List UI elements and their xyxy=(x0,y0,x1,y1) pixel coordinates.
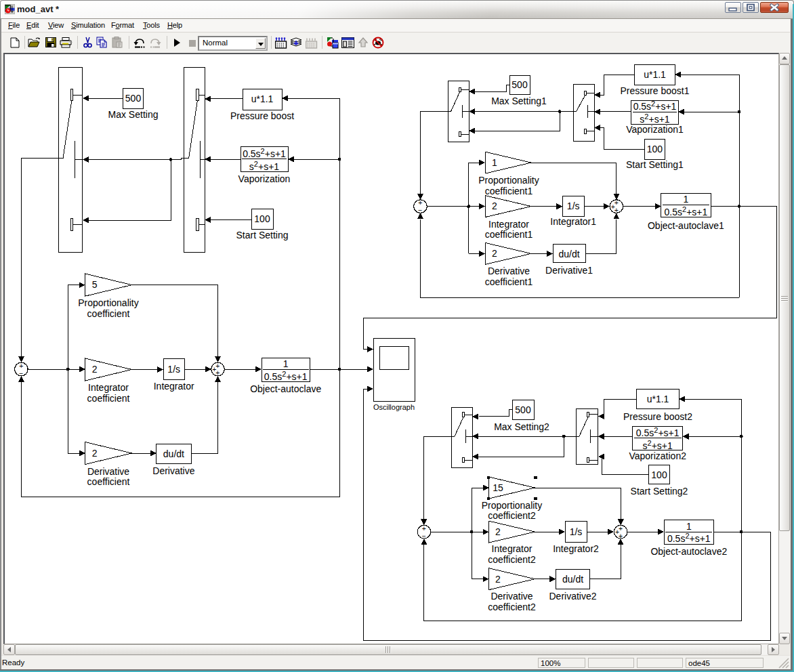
svg-text:Pressure boost: Pressure boost xyxy=(230,110,294,121)
svg-text:0.5s2+s+1: 0.5s2+s+1 xyxy=(665,205,708,217)
svg-text:s2+s+1: s2+s+1 xyxy=(249,160,279,172)
svg-text:du/dt: du/dt xyxy=(562,574,583,585)
svg-text:1: 1 xyxy=(283,358,289,369)
svg-text:0.5s2+s+1: 0.5s2+s+1 xyxy=(636,426,680,438)
svg-text:−: − xyxy=(418,206,422,214)
svg-text:Max Setting: Max Setting xyxy=(108,109,159,120)
svg-text:0.5s2+s+1: 0.5s2+s+1 xyxy=(633,100,677,112)
svg-text:Max Setting2: Max Setting2 xyxy=(494,421,549,432)
svg-text:2: 2 xyxy=(495,526,501,537)
svg-text:u*1.1: u*1.1 xyxy=(644,69,666,80)
svg-text:coefficient1: coefficient1 xyxy=(485,276,533,287)
svg-text:Start Setting2: Start Setting2 xyxy=(631,486,688,497)
svg-text:2: 2 xyxy=(492,248,497,259)
svg-text:−: − xyxy=(421,532,425,540)
svg-text:+: + xyxy=(614,206,619,214)
svg-text:u*1.1: u*1.1 xyxy=(647,394,669,404)
svg-text:0.5s2+s+1: 0.5s2+s+1 xyxy=(243,147,286,159)
svg-text:+: + xyxy=(215,369,220,377)
svg-text:Integrator: Integrator xyxy=(492,543,532,554)
svg-text:Integrator: Integrator xyxy=(88,382,129,393)
svg-text:coefficient: coefficient xyxy=(87,476,130,487)
svg-text:1: 1 xyxy=(492,157,497,168)
svg-text:−: − xyxy=(19,369,23,377)
svg-text:Proportionality: Proportionality xyxy=(78,297,139,308)
svg-text:coefficient: coefficient xyxy=(87,308,130,319)
svg-text:15: 15 xyxy=(493,482,503,493)
svg-text:Start Setting: Start Setting xyxy=(236,230,288,240)
svg-text:Object-autoclave: Object-autoclave xyxy=(250,383,321,394)
svg-text:500: 500 xyxy=(515,404,531,415)
svg-text:100: 100 xyxy=(647,144,663,154)
svg-text:2: 2 xyxy=(495,574,501,585)
svg-text:1: 1 xyxy=(686,521,692,532)
svg-text:500: 500 xyxy=(511,79,528,90)
svg-text:du/dt: du/dt xyxy=(163,448,184,459)
svg-text:Max Setting1: Max Setting1 xyxy=(491,96,547,106)
svg-text:s2+s+1: s2+s+1 xyxy=(640,112,669,125)
svg-text:1: 1 xyxy=(684,194,689,205)
svg-text:Pressure boost1: Pressure boost1 xyxy=(621,85,690,96)
svg-text:0.5s2+s+1: 0.5s2+s+1 xyxy=(667,532,711,544)
svg-text:coefficient2: coefficient2 xyxy=(488,510,536,521)
svg-text:Vaporization: Vaporization xyxy=(238,173,291,184)
svg-text:Proportionality: Proportionality xyxy=(482,500,543,511)
svg-text:coefficient2: coefficient2 xyxy=(488,554,536,565)
svg-text:Derivative1: Derivative1 xyxy=(545,265,593,276)
svg-text:100: 100 xyxy=(254,213,270,224)
svg-text:1/s: 1/s xyxy=(567,201,580,211)
svg-text:Vaporization2: Vaporization2 xyxy=(629,450,686,461)
svg-text:Integrator: Integrator xyxy=(154,381,194,392)
svg-text:Derivative2: Derivative2 xyxy=(549,591,596,602)
svg-text:du/dt: du/dt xyxy=(559,249,580,259)
svg-text:s2+s+1: s2+s+1 xyxy=(643,439,673,451)
svg-text:coefficient2: coefficient2 xyxy=(488,602,536,612)
svg-text:Proportionality: Proportionality xyxy=(478,175,539,186)
svg-text:Integrator2: Integrator2 xyxy=(553,543,599,554)
svg-text:Pressure boost2: Pressure boost2 xyxy=(623,411,692,422)
svg-text:Derivative: Derivative xyxy=(87,466,129,477)
svg-text:500: 500 xyxy=(125,93,142,104)
svg-text:2: 2 xyxy=(92,364,98,375)
svg-text:coefficient1: coefficient1 xyxy=(485,186,533,196)
svg-text:2: 2 xyxy=(92,448,98,459)
svg-text:Object-autoclave1: Object-autoclave1 xyxy=(648,220,724,231)
svg-text:Derivative: Derivative xyxy=(152,465,194,476)
svg-text:u*1.1: u*1.1 xyxy=(251,93,274,104)
svg-text:Derivative: Derivative xyxy=(488,266,530,276)
svg-text:coefficient: coefficient xyxy=(87,393,130,404)
svg-text:1/s: 1/s xyxy=(167,364,180,375)
svg-text:Integrator1: Integrator1 xyxy=(550,216,596,227)
svg-text:Object-autoclave2: Object-autoclave2 xyxy=(650,546,727,557)
svg-text:Derivative: Derivative xyxy=(490,591,532,602)
svg-text:Start Setting1: Start Setting1 xyxy=(626,159,684,170)
svg-text:100: 100 xyxy=(651,469,667,480)
svg-text:+: + xyxy=(619,532,623,540)
svg-text:Oscillograph: Oscillograph xyxy=(373,403,415,411)
svg-text:1/s: 1/s xyxy=(570,526,583,537)
svg-text:0.5s2+s+1: 0.5s2+s+1 xyxy=(264,370,308,382)
svg-text:Integrator: Integrator xyxy=(488,219,529,230)
svg-text:Vaporization1: Vaporization1 xyxy=(626,124,684,135)
svg-text:5: 5 xyxy=(92,279,98,290)
svg-text:2: 2 xyxy=(492,201,497,211)
svg-text:coefficient1: coefficient1 xyxy=(485,229,533,240)
